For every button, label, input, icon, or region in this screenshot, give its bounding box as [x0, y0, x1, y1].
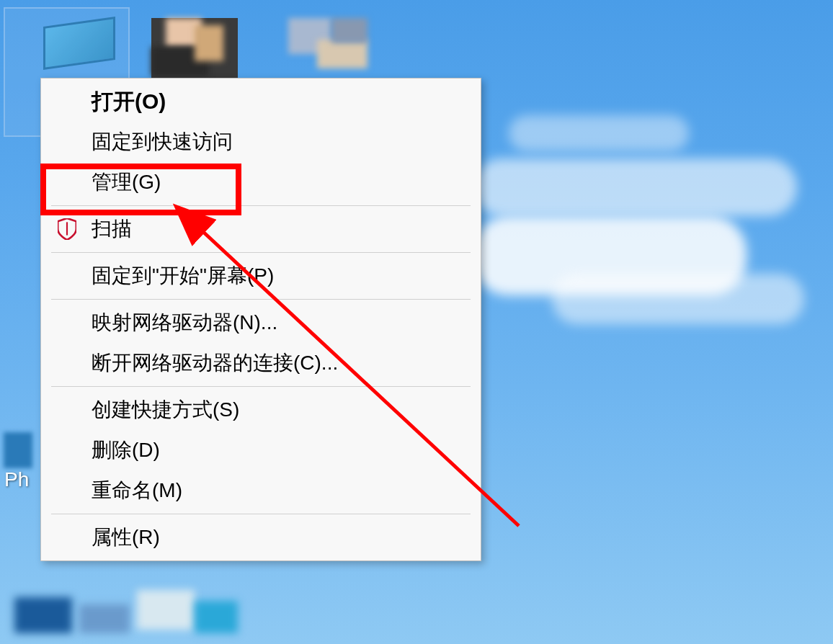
desktop-icon-blurred-2[interactable] — [281, 18, 375, 76]
menu-item-open[interactable]: 打开(O) — [41, 81, 481, 122]
menu-item-scan[interactable]: 扫描 — [41, 209, 481, 249]
menu-item-disconnect-drive[interactable]: 断开网络驱动器的连接(C)... — [41, 343, 481, 383]
menu-item-label: 扫描 — [92, 215, 132, 243]
menu-item-pin-start[interactable]: 固定到"开始"屏幕(P) — [41, 256, 481, 296]
desktop-icon-blurred-1[interactable] — [151, 18, 238, 83]
menu-item-label: 管理(G) — [92, 169, 161, 196]
menu-separator — [51, 299, 471, 300]
menu-item-label: 删除(D) — [92, 437, 160, 464]
menu-item-label: 重命名(M) — [92, 477, 182, 504]
shield-icon — [55, 218, 79, 241]
menu-item-label: 创建快捷方式(S) — [92, 396, 239, 424]
menu-item-map-drive[interactable]: 映射网络驱动器(N)... — [41, 303, 481, 343]
menu-item-label: 断开网络驱动器的连接(C)... — [92, 349, 338, 377]
menu-separator — [51, 205, 471, 206]
menu-item-manage[interactable]: 管理(G) — [41, 162, 481, 202]
menu-item-delete[interactable]: 删除(D) — [41, 430, 481, 470]
desktop-icon-label-partial: Ph — [4, 468, 29, 491]
menu-item-label: 属性(R) — [92, 524, 160, 551]
menu-separator — [51, 252, 471, 253]
menu-item-label: 固定到快速访问 — [92, 128, 233, 156]
desktop-icon-partial-left — [4, 389, 40, 475]
menu-separator — [51, 514, 471, 514]
menu-item-pin-quick-access[interactable]: 固定到快速访问 — [41, 122, 481, 162]
menu-item-create-shortcut[interactable]: 创建快捷方式(S) — [41, 390, 481, 430]
menu-item-label: 映射网络驱动器(N)... — [92, 309, 277, 336]
menu-item-properties[interactable]: 属性(R) — [41, 517, 481, 558]
context-menu: 打开(O) 固定到快速访问 管理(G) 扫描 固定到"开始"屏幕(P) 映射网络… — [40, 78, 481, 561]
menu-item-label: 打开(O) — [92, 87, 166, 117]
menu-item-label: 固定到"开始"屏幕(P) — [92, 262, 274, 290]
menu-item-rename[interactable]: 重命名(M) — [41, 470, 481, 511]
desktop-icons-bottom-blurred — [14, 590, 245, 644]
menu-separator — [51, 386, 471, 387]
